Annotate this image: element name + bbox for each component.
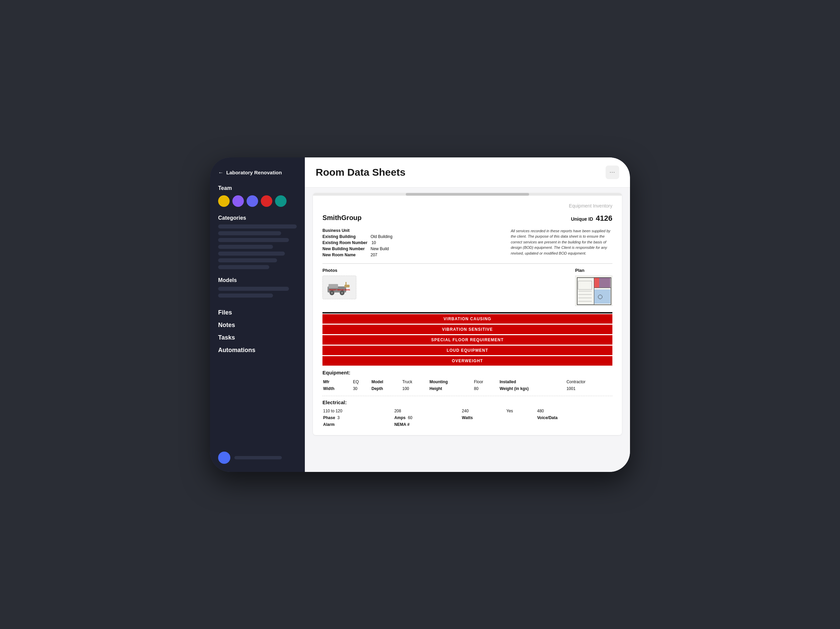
avatar-blue[interactable] [246, 195, 258, 207]
nav-notes[interactable]: Notes [218, 320, 297, 331]
svg-rect-11 [599, 277, 610, 288]
info-grid: Business Unit Existing Building Old Buil… [322, 228, 613, 257]
info-left: Business Unit Existing Building Old Buil… [322, 228, 393, 257]
sheet-body: Equipment Inventory SmithGroup Unique ID… [313, 196, 622, 435]
category-bar-3 [218, 238, 289, 242]
electrical-section: Electrical: 110 to 120 208 240 Yes 480 P… [322, 399, 613, 428]
nav-automations[interactable]: Automations [218, 345, 297, 356]
info-row-existing-room: Existing Room Number 10 [322, 240, 393, 245]
nav-files[interactable]: Files [218, 307, 297, 318]
weight-value: 1001 [566, 386, 612, 392]
table-row: Alarm NEMA # [323, 421, 612, 427]
info-key-new-room: New Room Name [322, 252, 366, 257]
alarm-label: Alarm [323, 421, 393, 427]
installed-label: Installed [500, 379, 566, 385]
mounting-value: Floor [474, 379, 499, 385]
table-row: 110 to 120 208 240 Yes 480 [323, 408, 612, 414]
photos-plan-row: Photos [322, 268, 613, 306]
uid-value: 4126 [596, 214, 613, 223]
height-value: 80 [474, 386, 499, 392]
info-key-business: Business Unit [322, 228, 366, 233]
info-val-existing-room: 10 [371, 240, 376, 245]
table-row: Mfr EQ Model Truck Mounting Floor Instal… [323, 379, 612, 385]
category-bar-6 [218, 258, 277, 262]
nema-label: NEMA # [394, 421, 461, 427]
uid-label: Unique ID [571, 216, 593, 222]
scroll-bar[interactable] [313, 193, 622, 195]
vehicle-icon: INSERT IMAGE HERE [326, 278, 353, 296]
avatar-red[interactable] [261, 195, 272, 207]
height-label: Height [429, 386, 473, 392]
info-row-existing-bldg: Existing Building Old Building [322, 234, 393, 239]
electrical-table: 110 to 120 208 240 Yes 480 Phase 3 Amps … [322, 407, 613, 428]
photos-label: Photos [322, 268, 356, 273]
photos-section: Photos [322, 268, 356, 299]
v208-value: 208 [394, 408, 461, 414]
width-label: Width [323, 386, 352, 392]
sidebar: ← Laboratory Renovation Team Categories … [210, 158, 305, 472]
alert-overweight: OVERWEIGHT [322, 356, 613, 366]
mfr-label: Mfr [323, 379, 352, 385]
project-title: Laboratory Renovation [226, 170, 282, 175]
unique-id-block: Unique ID 4126 [571, 214, 613, 223]
watts-label: Watts [462, 415, 506, 421]
team-label: Team [218, 185, 297, 191]
equipment-table: Mfr EQ Model Truck Mounting Floor Instal… [322, 378, 613, 393]
avatar-purple[interactable] [232, 195, 244, 207]
alert-special-floor: SPECIAL FLOOR REQUIREMENT [322, 335, 613, 345]
user-name-bar [234, 456, 282, 459]
svg-rect-7 [346, 282, 346, 285]
plan-label: Plan [575, 268, 613, 273]
scroll-thumb [406, 193, 529, 195]
back-navigation[interactable]: ← Laboratory Renovation [218, 170, 297, 176]
table-row: Width 30 Depth 100 Height 80 Weight (in … [323, 386, 612, 392]
nav-tasks[interactable]: Tasks [218, 332, 297, 343]
info-row-business: Business Unit [322, 228, 393, 233]
company-name: SmithGroup [322, 214, 362, 222]
installed-value: Contractor [566, 379, 612, 385]
floor-plan-svg [575, 276, 613, 306]
equipment-section: Equipment: Mfr EQ Model Truck Mounting F… [322, 370, 613, 393]
mfr-value: EQ [353, 379, 371, 385]
model-bar-1 [218, 287, 289, 291]
sheet-header-row: SmithGroup Unique ID 4126 [322, 214, 613, 223]
info-row-new-room: New Room Name 207 [322, 252, 393, 257]
user-avatar[interactable] [218, 452, 231, 464]
content-area: Equipment Inventory SmithGroup Unique ID… [305, 188, 630, 472]
more-options-button[interactable]: ··· [606, 166, 619, 179]
page-title: Room Data Sheets [316, 167, 406, 178]
category-bars [218, 224, 297, 269]
empty-2 [462, 421, 506, 427]
category-bar-7 [218, 265, 269, 269]
disclaimer-text: All services recorded in these reports h… [511, 228, 613, 257]
avatar-yellow[interactable] [218, 195, 230, 207]
thick-divider [322, 312, 613, 314]
info-row-new-bldg: New Building Number New Build [322, 246, 393, 251]
v480-value: 480 [537, 408, 612, 414]
equipment-label: Equipment: [322, 370, 613, 375]
model-value: Truck [403, 379, 429, 385]
page-header: Room Data Sheets ··· [305, 158, 630, 188]
category-bar-2 [218, 231, 281, 235]
alert-vibration-causing: VIRBATION CAUSING [322, 314, 613, 324]
alert-loud-equipment: LOUD EQUIPMENT [322, 346, 613, 355]
model-label: Model [371, 379, 402, 385]
voice-data-label: Voice/Data [537, 415, 612, 421]
info-key-new-bldg: New Building Number [322, 246, 366, 251]
electrical-label: Electrical: [322, 399, 613, 405]
v240-value: 240 [462, 408, 506, 414]
eq-inventory-label: Equipment Inventory [322, 203, 613, 208]
svg-point-5 [341, 292, 343, 294]
weight-label: Weight (in kgs) [500, 386, 566, 392]
empty-1 [506, 415, 537, 421]
team-avatars [218, 195, 297, 207]
svg-rect-6 [344, 285, 349, 287]
alerts-block: VIRBATION CAUSING VIBRATION SENSITIVE SP… [322, 314, 613, 366]
empty-4 [537, 421, 612, 427]
depth-value: 100 [403, 386, 429, 392]
avatar-teal[interactable] [275, 195, 287, 207]
main-content: Room Data Sheets ··· Equipment Inventory… [305, 158, 630, 472]
alert-vibration-sensitive: VIBRATION SENSITIVE [322, 325, 613, 334]
category-bar-5 [218, 252, 285, 255]
svg-rect-1 [328, 284, 338, 288]
